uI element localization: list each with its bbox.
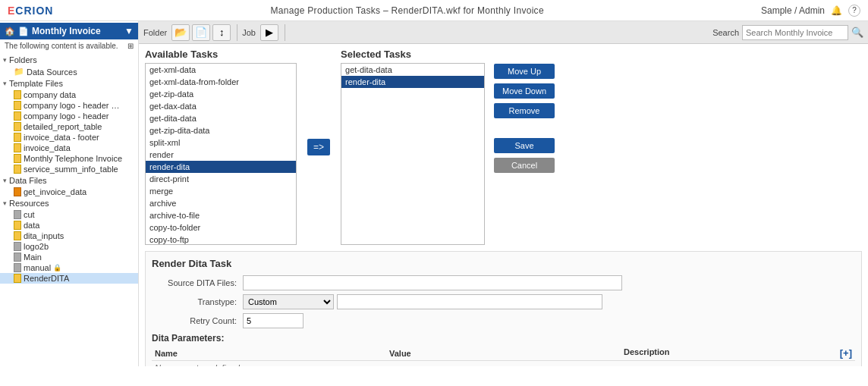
tree-item-manual[interactable]: manual 🔒 — [0, 262, 138, 273]
tree-item-get-invoice[interactable]: get_invoice_data — [0, 187, 138, 197]
source-dita-label: Source DITA Files: — [152, 278, 243, 287]
available-task-item[interactable]: archive — [146, 197, 296, 209]
remove-btn[interactable]: Remove — [494, 103, 555, 118]
name-col-header: Name — [152, 346, 386, 361]
file-icon — [14, 143, 21, 152]
source-dita-row: Source DITA Files: — [152, 275, 855, 290]
available-task-item[interactable]: get-dita-data — [146, 112, 296, 124]
arrow-icon: ▾ — [3, 177, 7, 184]
add-task-btn[interactable]: => — [307, 139, 330, 155]
folder-toolbar-group: Folder 📂 📄 ↕ — [143, 24, 237, 41]
top-bar: ECRION Manage Production Tasks – RenderD… — [0, 0, 868, 21]
available-task-item[interactable]: split-xml — [146, 137, 296, 149]
data-files-category[interactable]: ▾ Data Files — [0, 174, 138, 187]
dita-params-header: Dita Parameters: — [152, 333, 855, 344]
tasks-and-render: Available Tasks get-xml-dataget-xml-data… — [139, 44, 868, 366]
render-dita-title: Render Dita Task — [152, 258, 855, 269]
page-title: Manage Production Tasks – RenderDITA.wkf… — [271, 5, 544, 16]
available-task-item[interactable]: get-zip-data — [146, 88, 296, 100]
tasks-row: Available Tasks get-xml-dataget-xml-data… — [145, 49, 862, 245]
selected-tasks-list: get-dita-datarender-dita — [341, 63, 485, 245]
home-icon[interactable]: 🏠 — [5, 27, 15, 36]
tree-item-data[interactable]: data — [0, 220, 138, 231]
available-task-item[interactable]: render-dita — [146, 161, 296, 173]
open-folder-btn[interactable]: 📂 — [171, 24, 190, 41]
tree-item-logo2b[interactable]: logo2b — [0, 241, 138, 252]
save-btn[interactable]: Save — [494, 138, 555, 153]
file-icon — [14, 274, 21, 283]
tree-item-monthly-tel[interactable]: Monthly Telephone Invoice — [0, 153, 138, 164]
job-label: Job — [242, 28, 256, 37]
tree-item-dita-inputs[interactable]: dita_inputs — [0, 231, 138, 241]
logo: ECRION — [8, 5, 53, 17]
selected-tasks-panel: Selected Tasks get-dita-datarender-dita — [341, 49, 485, 245]
sidebar-title: Monthly Invoice — [32, 26, 101, 36]
template-files-category[interactable]: ▾ Template Files — [0, 77, 138, 89]
available-task-item[interactable]: copy-to-folder — [146, 221, 296, 234]
tree-item-main[interactable]: Main — [0, 252, 138, 262]
tree-item-company-logo[interactable]: company logo - header — [0, 111, 138, 121]
tree-item-cut[interactable]: cut — [0, 209, 138, 220]
selected-task-item[interactable]: get-dita-data — [341, 64, 484, 76]
lock-icon: 🔒 — [53, 264, 61, 271]
move-up-btn[interactable]: Move Up — [494, 64, 555, 79]
toolbar: Folder 📂 📄 ↕ Job ▶ Search 🔍 — [139, 21, 868, 44]
new-file-btn[interactable]: 📄 — [192, 24, 210, 41]
tree-item-company-data[interactable]: company data — [0, 89, 138, 100]
action-buttons: Move Up Move Down Remove Save Cancel — [488, 49, 561, 245]
available-task-item[interactable]: get-xml-data-from-folder — [146, 76, 296, 88]
search-input[interactable] — [742, 25, 848, 40]
available-task-item[interactable]: get-zip-dita-data — [146, 124, 296, 137]
tree-item-invoice-footer[interactable]: invoice_data - footer — [0, 132, 138, 143]
transtype-select[interactable]: Custom PDF HTML EPUB — [243, 294, 334, 309]
tree-item-data-sources[interactable]: 📁 Data Sources — [0, 66, 138, 77]
sidebar-header-left: 🏠 📄 Monthly Invoice — [5, 26, 101, 36]
logo-text: CRION — [15, 5, 53, 17]
available-task-item[interactable]: render — [146, 149, 296, 161]
run-btn[interactable]: ▶ — [260, 24, 278, 41]
bell-icon[interactable]: 🔔 — [831, 5, 842, 16]
search-label: Search — [712, 28, 739, 37]
selected-task-item[interactable]: render-dita — [341, 76, 484, 88]
available-task-item[interactable]: archive-to-file — [146, 209, 296, 221]
search-icon[interactable]: 🔍 — [851, 27, 863, 38]
resources-category[interactable]: ▾ Resources — [0, 197, 138, 209]
arrow-icon: ▾ — [3, 56, 7, 64]
add-task-area: => — [303, 49, 335, 245]
sidebar: 🏠 📄 Monthly Invoice ▼ The following cont… — [0, 21, 139, 366]
cancel-btn[interactable]: Cancel — [494, 158, 555, 173]
add-param-btn[interactable]: [+] — [840, 347, 852, 359]
file-icon — [14, 133, 21, 142]
source-dita-input[interactable] — [243, 275, 622, 290]
transtype-extra-input[interactable] — [337, 294, 602, 309]
sidebar-subtitle: The following content is available. ⊞ — [0, 39, 138, 52]
file-icon — [14, 253, 21, 262]
tree-item-service-summ[interactable]: service_summ_info_table — [0, 164, 138, 174]
available-task-item[interactable]: direct-print — [146, 173, 296, 185]
available-task-item[interactable]: get-xml-data — [146, 64, 296, 76]
document-icon: 📄 — [18, 27, 29, 36]
sidebar-header: 🏠 📄 Monthly Invoice ▼ — [0, 23, 138, 39]
tree-item-company-logo-detailed[interactable]: company logo - header - detailed rep... — [0, 100, 138, 111]
move-down-btn[interactable]: Move Down — [494, 83, 555, 99]
content-area: Folder 📂 📄 ↕ Job ▶ Search 🔍 Available — [139, 21, 868, 366]
folders-category[interactable]: ▾ Folders — [0, 54, 138, 66]
file-icon — [14, 90, 21, 99]
tree-section: ▾ Folders 📁 Data Sources ▾ Template File… — [0, 52, 138, 285]
template-files-label: Template Files — [9, 79, 63, 88]
user-label[interactable]: Sample / Admin — [761, 5, 825, 16]
retry-count-row: Retry Count: — [152, 313, 855, 328]
help-icon[interactable]: ? — [848, 5, 860, 17]
grid-view-icon[interactable]: ⊞ — [127, 42, 134, 50]
sort-btn[interactable]: ↕ — [212, 24, 231, 41]
retry-count-input[interactable] — [243, 313, 303, 328]
dropdown-icon[interactable]: ▼ — [124, 26, 134, 36]
tree-item-invoice-data[interactable]: invoice_data — [0, 143, 138, 153]
available-task-item[interactable]: copy-to-ftp — [146, 234, 296, 245]
retry-count-label: Retry Count: — [152, 316, 243, 325]
tree-item-renderdita[interactable]: RenderDITA — [0, 273, 138, 284]
available-task-item[interactable]: merge — [146, 185, 296, 197]
file-icon — [14, 122, 21, 131]
available-task-item[interactable]: get-dax-data — [146, 100, 296, 112]
tree-item-detailed-report[interactable]: detailed_report_table — [0, 121, 138, 132]
